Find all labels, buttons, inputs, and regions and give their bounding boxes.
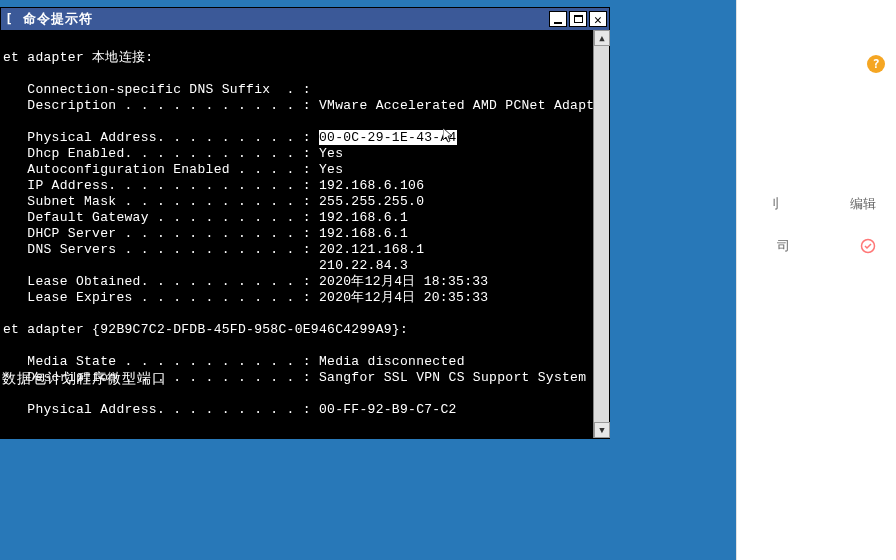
side-panel: ? 刂 编辑 司 <box>736 0 896 560</box>
window-controls: ✕ <box>549 11 607 27</box>
subnet-mask-line: Subnet Mask . . . . . . . . . . . : 255.… <box>3 194 424 209</box>
maximize-button[interactable] <box>569 11 587 27</box>
scrollbar[interactable]: ▲ ▼ <box>593 30 609 438</box>
scroll-up-button[interactable]: ▲ <box>594 30 610 46</box>
side-row-partial: 司 <box>777 237 790 255</box>
media-state-line: Media State . . . . . . . . . . . : Medi… <box>3 354 465 369</box>
desktop: [ 命令提示符 ✕ et adapter 本地连接: Connection-sp… <box>0 0 896 560</box>
dhcp-server-line: DHCP Server . . . . . . . . . . . : 192.… <box>3 226 408 241</box>
lease-obtained-line: Lease Obtained. . . . . . . . . . : 2020… <box>3 274 488 289</box>
ip-address-line: IP Address. . . . . . . . . . . . : 192.… <box>3 178 424 193</box>
adapter2-header: et adapter {92B9C7C2-DFDB-45FD-958C-0E94… <box>3 322 408 337</box>
edit-pencil-icon[interactable] <box>860 238 876 254</box>
physical-address2-line: Physical Address. . . . . . . . . : 00-F… <box>3 402 457 417</box>
selected-mac[interactable]: 00-0C-29-1E-43-A4 <box>319 130 457 145</box>
description-line: Description . . . . . . . . . . . : VMwa… <box>3 98 593 113</box>
side-row-partial: 刂 <box>767 195 780 213</box>
minimize-button[interactable] <box>549 11 567 27</box>
dhcp-enabled-line: Dhcp Enabled. . . . . . . . . . . : Yes <box>3 146 343 161</box>
physical-address-line: Physical Address. . . . . . . . . : 00-0… <box>3 130 457 145</box>
gateway-line: Default Gateway . . . . . . . . . : 192.… <box>3 210 408 225</box>
help-icon[interactable]: ? <box>867 55 885 73</box>
autoconfig-line: Autoconfiguration Enabled . . . . : Yes <box>3 162 343 177</box>
lease-expires-line: Lease Expires . . . . . . . . . . : 2020… <box>3 290 488 305</box>
side-row-2: 司 <box>737 225 896 267</box>
caption-overlay: 数据包计划程序微型端口 <box>0 370 169 388</box>
titlebar[interactable]: [ 命令提示符 ✕ <box>1 8 609 30</box>
edit-link[interactable]: 编辑 <box>850 195 876 213</box>
dns-servers-line: DNS Servers . . . . . . . . . . . : 202.… <box>3 242 424 257</box>
window-title: [ 命令提示符 <box>5 10 93 28</box>
adapter-header: et adapter 本地连接: <box>3 50 153 65</box>
scroll-down-button[interactable]: ▼ <box>594 422 610 438</box>
close-button[interactable]: ✕ <box>589 11 607 27</box>
side-row-1: 刂 编辑 <box>737 183 896 225</box>
dns-servers-line-2: 210.22.84.3 <box>3 258 408 273</box>
dns-suffix-line: Connection-specific DNS Suffix . : <box>3 82 311 97</box>
